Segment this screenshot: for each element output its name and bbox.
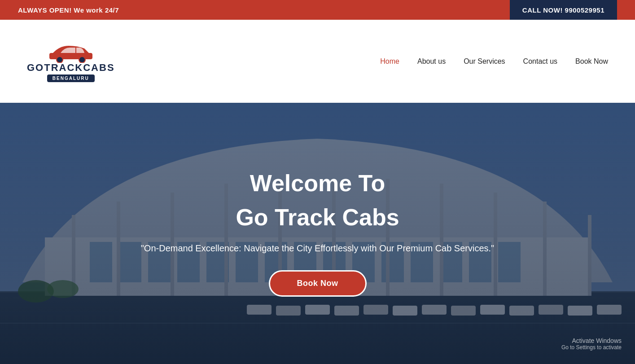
hero-content: Welcome To Go Track Cabs "On-Demand Exce… [0,103,635,364]
logo-sub-text: BENGALURU [47,75,95,82]
activate-windows-line2: Go to Settings to activate [561,344,622,351]
nav-book-now[interactable]: Book Now [575,57,608,66]
book-now-button[interactable]: Book Now [269,270,367,297]
logo-car-icon [44,40,98,63]
svg-rect-0 [49,53,92,59]
hero-subtitle: "On-Demand Excellence: Navigate the City… [141,241,494,255]
call-now-button[interactable]: CALL NOW! 9900529951 [510,0,617,20]
nav-contact-us[interactable]: Contact us [523,57,557,66]
top-banner: ALWAYS OPEN! We work 24/7 CALL NOW! 9900… [0,0,635,20]
activate-windows-line1: Activate Windows [561,337,622,344]
navigation: Home About us Our Services Contact us Bo… [380,57,608,66]
nav-about-us[interactable]: About us [417,57,446,66]
header: GOTRACKCABS BENGALURU Home About us Our … [0,20,635,103]
banner-text: ALWAYS OPEN! We work 24/7 [18,6,119,14]
activate-windows-watermark: Activate Windows Go to Settings to activ… [561,337,622,351]
logo-text: GOTRACKCABS [27,63,115,73]
hero-title-line1: Welcome To [250,170,385,197]
nav-our-services[interactable]: Our Services [464,57,505,66]
hero-title-line2: Go Track Cabs [236,204,399,231]
hero-section: Welcome To Go Track Cabs "On-Demand Exce… [0,103,635,364]
logo[interactable]: GOTRACKCABS BENGALURU [27,40,115,82]
nav-home[interactable]: Home [380,57,399,66]
